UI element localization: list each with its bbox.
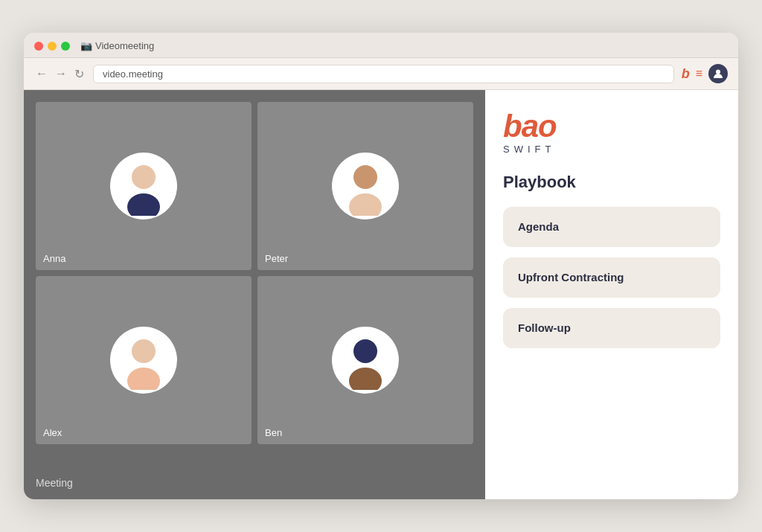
hamburger-icon[interactable]: ≡	[696, 67, 702, 80]
svg-point-1	[132, 165, 156, 189]
video-area: Anna Peter	[24, 90, 485, 499]
participant-label-peter: Peter	[265, 253, 288, 264]
playbook-item-follow-up[interactable]: Follow-up	[503, 308, 720, 348]
playbook-item-label-agenda: Agenda	[518, 220, 559, 233]
participant-label-alex: Alex	[43, 427, 62, 438]
video-cell-ben: Ben	[257, 276, 473, 444]
browser-window: 📷 Videomeeting ← → ↻ video.meeting b ≡	[24, 33, 738, 499]
forward-button[interactable]: →	[54, 67, 68, 80]
participant-label-anna: Anna	[43, 253, 65, 264]
bao-logo: bao	[503, 111, 720, 142]
address-bar-row: ← → ↻ video.meeting b ≡	[24, 58, 738, 90]
video-cell-peter: Peter	[257, 102, 473, 270]
title-bar: 📷 Videomeeting	[24, 33, 738, 58]
avatar-alex	[110, 327, 177, 394]
close-button[interactable]	[34, 42, 43, 51]
tab-label: Videomeeting	[95, 40, 154, 51]
participant-label-ben: Ben	[265, 427, 282, 438]
svg-point-7	[353, 339, 377, 363]
svg-point-2	[127, 193, 160, 216]
svg-point-4	[349, 193, 382, 216]
playbook-item-upfront-contracting[interactable]: Upfront Contracting	[503, 257, 720, 298]
address-bar[interactable]: video.meeting	[93, 65, 674, 83]
avatar-peter	[332, 153, 399, 219]
meeting-label: Meeting	[36, 477, 73, 489]
svg-point-5	[132, 339, 156, 363]
svg-point-8	[349, 368, 382, 390]
nav-buttons: ← → ↻	[34, 67, 86, 81]
playbook-title: Playbook	[503, 173, 720, 192]
refresh-button[interactable]: ↻	[73, 67, 86, 81]
video-cell-alex: Alex	[36, 276, 252, 444]
minimize-button[interactable]	[48, 42, 57, 51]
avatar-anna	[110, 153, 177, 219]
swift-text: SWIFT	[503, 144, 720, 155]
playbook-item-agenda[interactable]: Agenda	[503, 207, 720, 247]
video-grid: Anna Peter	[36, 102, 473, 444]
playbook-item-label-follow-up: Follow-up	[518, 321, 571, 334]
back-button[interactable]: ←	[34, 67, 49, 80]
playbook-item-label-upfront-contracting: Upfront Contracting	[518, 271, 624, 283]
bao-brand: bao SWIFT	[503, 111, 720, 155]
user-avatar-icon[interactable]	[708, 64, 728, 83]
main-content: Anna Peter	[24, 90, 738, 499]
svg-point-0	[716, 70, 720, 74]
traffic-lights: 📷 Videomeeting	[34, 40, 728, 51]
sidebar: bao SWIFT Playbook Agenda Upfront Contra…	[485, 90, 738, 499]
tab-video-icon: 📷	[80, 40, 92, 51]
bao-header-logo: b	[682, 66, 690, 82]
svg-point-6	[127, 368, 160, 390]
svg-point-3	[353, 165, 377, 189]
header-icons: b ≡	[682, 64, 728, 83]
video-cell-anna: Anna	[36, 102, 252, 270]
maximize-button[interactable]	[61, 42, 70, 51]
avatar-ben	[332, 327, 399, 394]
